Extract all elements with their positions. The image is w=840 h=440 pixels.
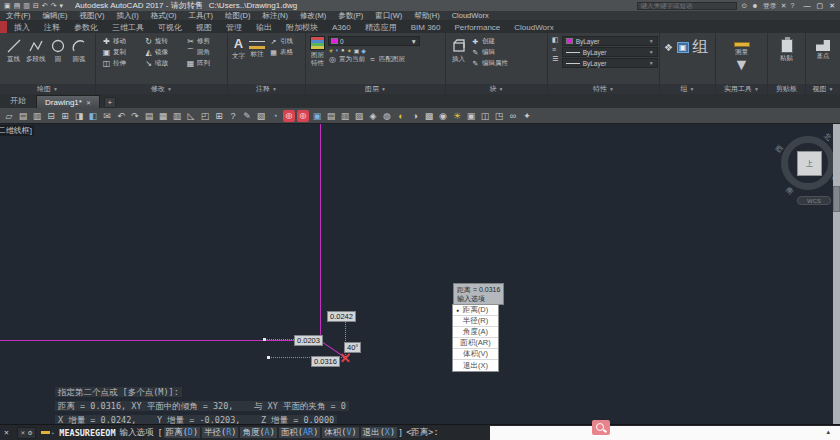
scrollbar-thumb[interactable] bbox=[833, 186, 840, 212]
customize-wrench-icon[interactable]: ⚙ bbox=[28, 429, 32, 437]
sync-icon[interactable]: ◔ bbox=[269, 110, 281, 122]
base-view-tool[interactable]: 基点 bbox=[816, 37, 830, 59]
lineweight-dropdown[interactable]: ByLayer▼ bbox=[562, 47, 658, 57]
effects-icon[interactable]: ✦ bbox=[521, 110, 533, 122]
preview-icon[interactable]: ⊞ bbox=[59, 110, 71, 122]
publish-icon[interactable]: ◧ bbox=[87, 110, 99, 122]
measure-tool[interactable]: 测量 ▼ bbox=[734, 37, 750, 74]
menu-option[interactable]: ● 退出(X) bbox=[453, 360, 498, 371]
menu-option[interactable]: ● 体积(V) bbox=[453, 349, 498, 360]
panel-title-view[interactable]: 视图▼ bbox=[806, 84, 840, 94]
text-tool[interactable]: A 文字 bbox=[232, 37, 245, 59]
menu-option[interactable]: ● 面积(AR) bbox=[453, 338, 498, 349]
layer-properties-tool[interactable]: 图层 特性 bbox=[310, 36, 325, 66]
recent-commands-icon[interactable]: ▾ bbox=[51, 430, 54, 436]
command-line-icon[interactable] bbox=[41, 431, 50, 434]
panel-title-utilities[interactable]: 实用工具▼ bbox=[716, 84, 767, 94]
ribbon-tab[interactable]: 附加模块 bbox=[279, 21, 325, 33]
light-icon[interactable]: ☀ bbox=[451, 110, 463, 122]
active-tab-cut[interactable] bbox=[0, 21, 7, 33]
layer-states-icon[interactable]: ▦ bbox=[157, 110, 169, 122]
menu-item[interactable]: 修改(M) bbox=[294, 11, 332, 21]
import-icon[interactable]: ▤ bbox=[325, 110, 337, 122]
save-icon[interactable]: ▥ bbox=[31, 110, 43, 122]
start-tab[interactable]: 开始 bbox=[0, 93, 36, 108]
workspace-dropdown-icon[interactable]: ▾ bbox=[60, 1, 64, 10]
plot-icon[interactable]: ◨ bbox=[73, 110, 85, 122]
menu-option[interactable]: ● 角度(A) bbox=[453, 327, 498, 338]
new-tab-button[interactable]: + bbox=[104, 97, 116, 108]
viewcube[interactable]: 上 bbox=[797, 151, 822, 176]
menu-item[interactable]: 格式(O) bbox=[145, 11, 183, 21]
menu-item[interactable]: 文件(F) bbox=[0, 11, 37, 21]
camera-icon[interactable]: ◉ bbox=[437, 110, 449, 122]
panel-title-clipboard[interactable]: 剪贴板 bbox=[768, 84, 805, 94]
dynamic-input-dx[interactable]: 0.0242 bbox=[327, 311, 356, 322]
modify-tool[interactable]: ✂ 修剪 bbox=[186, 37, 221, 46]
command-option[interactable]: 半径(R) bbox=[202, 427, 238, 438]
exchange-icon[interactable]: ✕ bbox=[781, 2, 787, 10]
menu-option[interactable]: ● 半径(R) bbox=[453, 316, 498, 327]
pointcloud-icon[interactable]: ◳ bbox=[493, 110, 505, 122]
ribbon-tab[interactable]: 输出 bbox=[249, 21, 279, 33]
vertical-scrollbar[interactable] bbox=[833, 124, 840, 424]
ribbon-tab[interactable]: 可视化 bbox=[151, 21, 189, 33]
ribbon-tab[interactable]: BIM 360 bbox=[404, 21, 448, 33]
cloudworx-fit-icon[interactable]: ◎ bbox=[297, 110, 309, 122]
modify-tool[interactable]: ↻ 旋转 bbox=[144, 37, 179, 46]
search-input[interactable] bbox=[637, 2, 737, 10]
annotation-tool[interactable]: ↗ 引线 bbox=[269, 37, 293, 46]
viewcube-wcs-dropdown[interactable]: WCS bbox=[797, 196, 831, 205]
panel-title-modify[interactable]: 修改▼ bbox=[96, 84, 227, 94]
modify-tool[interactable]: ↘ 缩放 bbox=[144, 59, 179, 68]
menu-item[interactable]: 标注(N) bbox=[257, 11, 294, 21]
new-icon[interactable]: ▱ bbox=[3, 110, 15, 122]
layer-walk-icon[interactable]: ▥ bbox=[171, 110, 183, 122]
ribbon-tab[interactable]: CloudWorx bbox=[507, 21, 560, 33]
layer-properties-icon[interactable]: ▤ bbox=[143, 110, 155, 122]
markup-icon[interactable]: ✎ bbox=[241, 110, 253, 122]
undo-icon[interactable]: ↶ bbox=[42, 1, 48, 10]
dynamic-input-angle[interactable]: 40° bbox=[344, 342, 361, 353]
ribbon-tab[interactable]: 精选应用 bbox=[358, 21, 404, 33]
ribbon-tab[interactable]: 插入 bbox=[7, 21, 37, 33]
redo-icon[interactable]: ↷ bbox=[51, 1, 57, 10]
modify-tool[interactable]: ✚ 移动 bbox=[102, 37, 137, 46]
property-icon[interactable]: ≡ bbox=[552, 46, 559, 53]
cloudworx-target-icon[interactable]: ◎ bbox=[283, 110, 295, 122]
arc-tool[interactable]: 圆弧 bbox=[71, 37, 88, 62]
panel-title-properties[interactable]: 特性▼ bbox=[548, 84, 659, 94]
menu-item[interactable]: 视图(V) bbox=[74, 11, 111, 21]
ribbon-tab[interactable]: 管理 bbox=[219, 21, 249, 33]
sheetset-icon[interactable]: ▨ bbox=[353, 110, 365, 122]
ribbon-tab[interactable]: 三维工具 bbox=[105, 21, 151, 33]
dimension-tool[interactable]: 标注 bbox=[249, 37, 265, 59]
regen-icon[interactable]: ◍ bbox=[381, 110, 393, 122]
measure-icon[interactable]: ◺ bbox=[185, 110, 197, 122]
layer-state-icon[interactable]: ✦ bbox=[347, 47, 352, 54]
drawing-canvas[interactable]: [-][俯视][二维线框] 0.0242 0.0203 40° 0.0316 距… bbox=[0, 124, 840, 424]
etransmit-icon[interactable]: ✉ bbox=[101, 110, 113, 122]
menu-item[interactable]: 工具(T) bbox=[183, 11, 220, 21]
command-option[interactable]: 角度(A) bbox=[240, 427, 276, 438]
layer-state-icon[interactable]: ◆ bbox=[361, 47, 366, 54]
linetype-dropdown[interactable]: ByLayer▼ bbox=[562, 58, 658, 68]
print-icon[interactable]: ⊟ bbox=[45, 110, 57, 122]
dynamic-input-dy[interactable]: 0.0203 bbox=[294, 335, 323, 346]
search-magnifier-icon[interactable] bbox=[592, 420, 610, 435]
command-option[interactable]: 体积(V) bbox=[322, 427, 358, 438]
menu-item[interactable]: 参数(P) bbox=[332, 11, 369, 21]
signin-label[interactable]: 登录 bbox=[763, 1, 777, 11]
viewport-controls-label[interactable]: [-][俯视][二维线框] bbox=[0, 125, 34, 136]
drawing-tab[interactable]: Drawing1* ✕ bbox=[36, 95, 100, 108]
insert-block-tool[interactable]: 插入 bbox=[450, 37, 467, 68]
undo-icon[interactable]: ↶ bbox=[115, 110, 127, 122]
property-icon[interactable]: ☰ bbox=[552, 55, 559, 63]
modify-tool[interactable]: ◫ 拉伸 bbox=[102, 59, 137, 68]
minimize-button[interactable]: — bbox=[804, 2, 811, 10]
quickcalc-icon[interactable]: ⊞ bbox=[213, 110, 225, 122]
open-icon[interactable]: ▤ bbox=[14, 1, 21, 10]
menu-item[interactable]: 绘图(D) bbox=[219, 11, 256, 21]
paste-tool[interactable]: 粘贴 bbox=[780, 37, 793, 61]
menu-option[interactable]: ● 距离(D) bbox=[453, 305, 498, 316]
